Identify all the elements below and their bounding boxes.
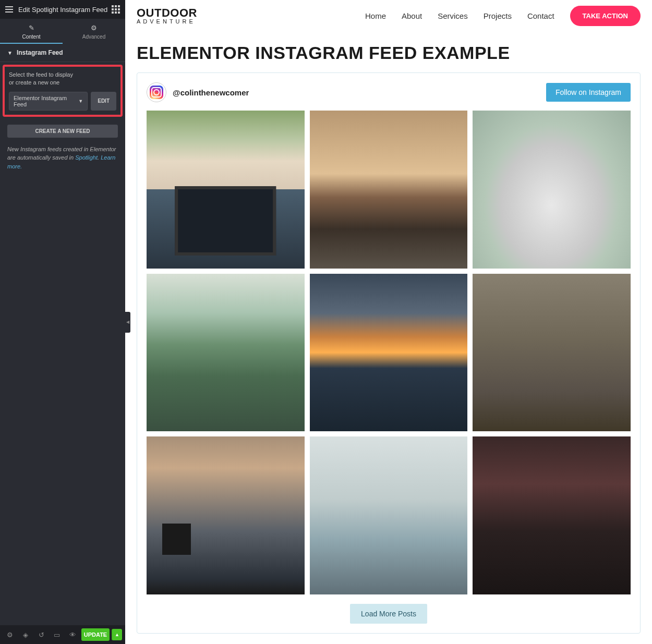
update-options-button[interactable]: ▲ [112, 629, 122, 640]
caret-down-icon: ▼ [7, 50, 13, 56]
pencil-icon: ✎ [0, 24, 63, 32]
feed-grid [147, 111, 631, 594]
sidebar-footer: ⚙ ◈ ↺ ▭ 👁 UPDATE ▲ [0, 625, 125, 644]
page-body: ELEMENTOR INSTAGRAM FEED EXAMPLE @colint… [125, 31, 652, 644]
nav-services[interactable]: Services [438, 11, 468, 20]
tab-content-label: Content [22, 34, 40, 40]
widgets-grid-icon[interactable] [112, 5, 120, 14]
edit-feed-button[interactable]: EDIT [91, 92, 116, 111]
site-logo[interactable]: OUTDOOR ADVENTURE [137, 7, 197, 25]
feed-tile[interactable] [473, 274, 631, 432]
brand-name: OUTDOOR [137, 7, 197, 19]
help-text: Select the feed to display or create a n… [9, 71, 116, 87]
section-instagram-feed[interactable]: ▼ Instagram Feed [0, 44, 125, 62]
sidebar-title: Edit Spotlight Instagram Feed [18, 6, 107, 14]
feed-dropdown[interactable]: Elementor Instagram Feed ▼ [9, 92, 88, 111]
gear-icon: ⚙ [63, 24, 125, 32]
site-header: OUTDOOR ADVENTURE Home About Services Pr… [125, 0, 652, 31]
instagram-icon [150, 86, 163, 99]
main-nav: Home About Services Projects Contact TAK… [365, 6, 641, 26]
collapse-sidebar-handle[interactable]: ◀ [125, 312, 130, 333]
preview-canvas: OUTDOOR ADVENTURE Home About Services Pr… [125, 0, 652, 644]
hamburger-icon[interactable] [5, 6, 13, 13]
feed-header: @colinthenewcomer Follow on Instagram [147, 82, 631, 102]
preview-icon[interactable]: 👁 [66, 628, 79, 641]
load-more-button[interactable]: Load More Posts [350, 604, 427, 624]
feed-tile[interactable] [310, 436, 468, 594]
history-icon[interactable]: ↺ [34, 628, 48, 641]
feed-tile[interactable] [473, 436, 631, 594]
update-button[interactable]: UPDATE [81, 628, 110, 641]
take-action-button[interactable]: TAKE ACTION [570, 6, 641, 26]
brand-tagline: ADVENTURE [137, 19, 197, 25]
nav-about[interactable]: About [402, 11, 422, 20]
info-text: New Instagram feeds created in Elementor… [0, 142, 125, 174]
spotlight-link[interactable]: Spotlight [75, 154, 98, 161]
page-title: ELEMENTOR INSTAGRAM FEED EXAMPLE [137, 43, 641, 63]
responsive-icon[interactable]: ▭ [50, 628, 64, 641]
feed-tile[interactable] [147, 111, 305, 269]
dropdown-value: Elementor Instagram Feed [14, 95, 78, 107]
feed-tile[interactable] [473, 111, 631, 269]
sidebar-tabs: ✎ Content ⚙ Advanced [0, 19, 125, 44]
sidebar-header: Edit Spotlight Instagram Feed [0, 0, 125, 19]
nav-home[interactable]: Home [365, 11, 386, 20]
tab-advanced-label: Advanced [82, 34, 105, 40]
feed-tile[interactable] [147, 274, 305, 432]
feed-tile[interactable] [310, 274, 468, 432]
feed-tile[interactable] [310, 111, 468, 269]
highlighted-feed-select: Select the feed to display or create a n… [3, 65, 123, 117]
settings-icon[interactable]: ⚙ [3, 628, 17, 641]
nav-projects[interactable]: Projects [484, 11, 512, 20]
instagram-username[interactable]: @colinthenewcomer [173, 88, 249, 97]
caret-down-icon: ▼ [78, 99, 83, 104]
elementor-sidebar: Edit Spotlight Instagram Feed ✎ Content … [0, 0, 125, 644]
instagram-avatar[interactable] [147, 82, 166, 102]
nav-contact[interactable]: Contact [527, 11, 554, 20]
tab-content[interactable]: ✎ Content [0, 19, 63, 44]
feed-user: @colinthenewcomer [147, 82, 249, 102]
feed-tile[interactable] [147, 436, 305, 594]
follow-button[interactable]: Follow on Instagram [546, 83, 631, 102]
navigator-icon[interactable]: ◈ [19, 628, 32, 641]
instagram-feed-widget: @colinthenewcomer Follow on Instagram Lo… [137, 72, 641, 634]
create-new-feed-button[interactable]: CREATE A NEW FEED [7, 125, 118, 138]
tab-advanced[interactable]: ⚙ Advanced [63, 19, 125, 44]
section-label: Instagram Feed [17, 49, 63, 56]
